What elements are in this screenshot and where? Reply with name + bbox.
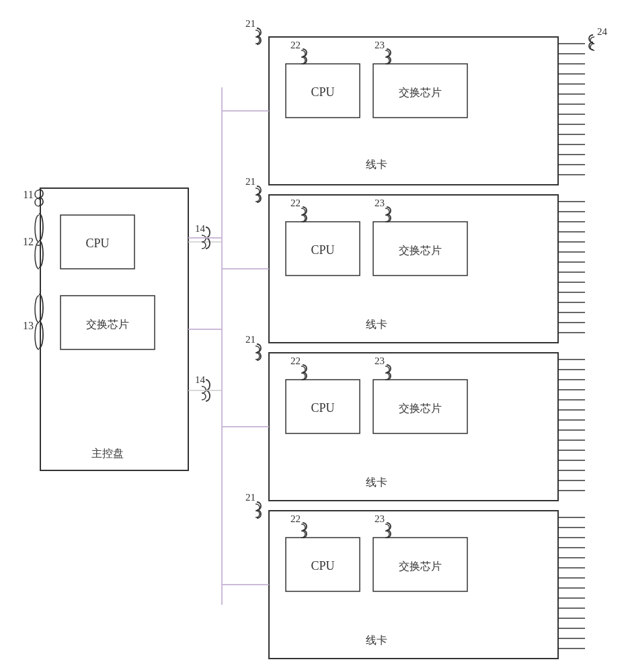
ref-22-2: 22 (290, 198, 301, 208)
lc4-cpu-label: CPU (311, 559, 334, 573)
diagram-svg: CPU 交换芯片 主控盘 11 12 13 14 14 CPU (0, 0, 624, 672)
ref-22-4: 22 (290, 513, 301, 524)
lc2-label: 线卡 (366, 319, 387, 330)
ref-12: 12 (23, 236, 34, 247)
lc3-cpu-label: CPU (311, 401, 334, 415)
ref-23-3: 23 (375, 355, 385, 366)
lc4-label: 线卡 (366, 634, 387, 646)
ref-23-2: 23 (375, 198, 385, 208)
ref-21-3: 21 (245, 334, 256, 345)
main-cpu-label: CPU (85, 237, 109, 250)
line-card-3-box (269, 353, 558, 501)
ref-22-1: 22 (290, 40, 301, 50)
ref-23-1: 23 (375, 40, 385, 50)
ref-21-1: 21 (245, 18, 256, 29)
main-control-label: 主控盘 (91, 448, 124, 459)
ref-24: 24 (597, 26, 608, 37)
ref-23-4: 23 (375, 513, 385, 524)
ref-11: 11 (23, 189, 33, 200)
lc1-label: 线卡 (366, 159, 387, 170)
main-switch-label: 交换芯片 (86, 319, 129, 330)
line-card-1-box (269, 37, 558, 185)
lc2-cpu-label: CPU (311, 243, 334, 257)
ref-13: 13 (23, 320, 34, 331)
ref-21-4: 21 (245, 492, 256, 503)
lc4-switch-label: 交换芯片 (399, 560, 442, 572)
line-card-2-box (269, 195, 558, 343)
lc3-label: 线卡 (366, 476, 387, 488)
lc3-switch-label: 交换芯片 (399, 403, 442, 414)
ref-14-bottom: 14 (195, 374, 206, 385)
lc1-cpu-label: CPU (311, 85, 334, 99)
ref-14-top: 14 (195, 223, 206, 234)
line-card-4-box (269, 511, 558, 659)
ref-22-3: 22 (290, 355, 301, 366)
lc1-switch-label: 交换芯片 (399, 87, 442, 98)
lc2-switch-label: 交换芯片 (399, 245, 442, 256)
ref-21-2: 21 (245, 176, 256, 187)
